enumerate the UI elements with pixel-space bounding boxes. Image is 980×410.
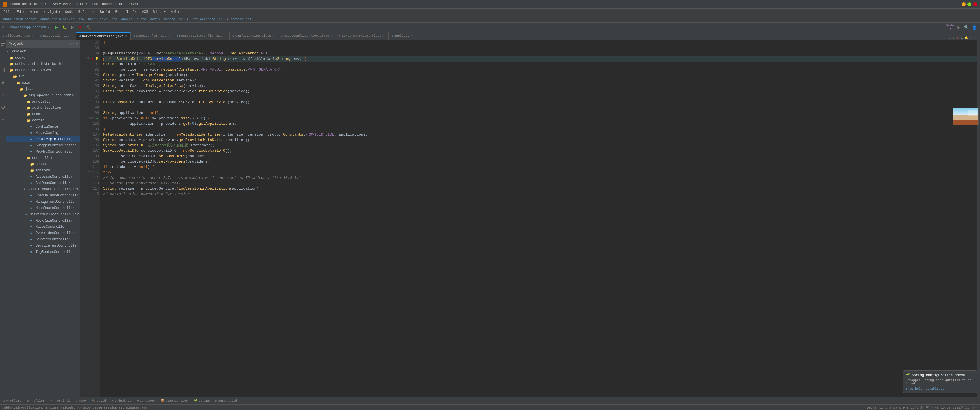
- toolbar-gear[interactable]: ⚙: [955, 24, 962, 31]
- tab-close-nacosconfigservice[interactable]: ×: [330, 34, 333, 38]
- tree-item-servicetestcontroller[interactable]: ●ServiceTestController: [6, 243, 80, 249]
- tree-item-servicecontroller[interactable]: ●ServiceController: [6, 236, 80, 243]
- maximize-button[interactable]: [967, 2, 972, 6]
- breadcrumb-project[interactable]: dubbo-admin-master: [2, 17, 36, 21]
- tool-profiler[interactable]: ◉ Profiler: [25, 398, 46, 403]
- breadcrumb-dubbo[interactable]: dubbo: [137, 17, 146, 21]
- tree-item-main[interactable]: 📂main: [6, 80, 80, 86]
- tree-item-project[interactable]: ▾Project: [6, 48, 80, 55]
- tool-todo[interactable]: ☑ TODO: [75, 398, 87, 403]
- menu-tools[interactable]: Tools: [124, 10, 139, 14]
- tool-spring[interactable]: 🌱 Spring: [192, 398, 211, 403]
- toolbar-user[interactable]: 👤: [971, 24, 978, 31]
- tab-close-nacosconfig[interactable]: ×: [167, 34, 170, 38]
- tree-item-swaggerconfiguration[interactable]: ●SwaggerConfiguration: [6, 142, 80, 149]
- menu-navigate[interactable]: Navigate: [41, 10, 62, 14]
- tree-item-configcenter[interactable]: ●ConfigCenter: [6, 124, 80, 130]
- tree-item-editors[interactable]: 📁editors: [6, 167, 80, 174]
- tree-item-meshroutecontroller[interactable]: ●MeshRouteController: [6, 205, 80, 211]
- tab-close-configservice[interactable]: ×: [272, 34, 275, 38]
- coverage-button[interactable]: ▶: [69, 24, 76, 31]
- tree-item-mockrulecontroller[interactable]: ●MockRuleController: [6, 218, 80, 224]
- tree-item-loadbalancecontroller[interactable]: ●LoadBalanceController: [6, 192, 80, 199]
- tree-item-dubbo-admin-distribution[interactable]: 📁dubbo-admin-distribution: [6, 61, 80, 67]
- tab-close-servicecontroller[interactable]: ×: [125, 35, 127, 38]
- tab-resttemplate[interactable]: J RestTemplateConfig.java ×: [173, 32, 230, 40]
- tree-item-overridescontroller[interactable]: ●OverridesController: [6, 230, 80, 236]
- tool-terminal[interactable]: >_ Terminal: [49, 399, 71, 403]
- menu-build[interactable]: Build: [97, 10, 112, 14]
- menu-file[interactable]: File: [1, 10, 14, 14]
- debug-button[interactable]: 🐛: [61, 24, 68, 31]
- tab-nacosconfig[interactable]: J NacosConfig.java ×: [131, 32, 174, 40]
- menu-run[interactable]: Run: [113, 10, 124, 14]
- warning-indicator[interactable]: ⚠ 1 🔺 1 🔔 4 ˄ ˅: [949, 36, 978, 40]
- tree-item-beans[interactable]: 📁beans: [6, 161, 80, 167]
- breadcrumb-class[interactable]: ● ServiceController: [187, 17, 223, 21]
- tab-servicecontroller[interactable]: J ServiceController.java ×: [76, 32, 130, 40]
- tree-item-config[interactable]: 📂config: [6, 117, 80, 124]
- tree-item-java[interactable]: 📂java: [6, 86, 80, 92]
- tool-endpoints[interactable]: ⚡ Endpoints: [111, 398, 132, 403]
- tree-item-controller[interactable]: 📂controller: [6, 155, 80, 161]
- tree-item-webmvcconfiguration[interactable]: ●WebMvcConfiguration: [6, 149, 80, 155]
- lamp-icon[interactable]: 💡: [95, 57, 99, 60]
- stop-button[interactable]: ■: [77, 24, 84, 31]
- notification-show-help[interactable]: Show help: [906, 387, 923, 390]
- tab-serverhttpagent[interactable]: C ServerHttpAgent.class ×: [336, 32, 388, 40]
- breadcrumb-admin[interactable]: admin: [150, 17, 160, 21]
- breadcrumb-src[interactable]: src: [78, 17, 84, 21]
- breadcrumb-controller[interactable]: controller: [164, 17, 183, 21]
- jrebel-btn[interactable]: JRebel ▾: [947, 24, 954, 31]
- menu-help[interactable]: Help: [169, 10, 181, 14]
- tab-close-collector[interactable]: ×: [31, 34, 34, 38]
- menu-vcs[interactable]: VCS: [140, 10, 150, 14]
- tab-close-appli[interactable]: ×: [410, 34, 414, 38]
- tab-appli[interactable]: J appli... ×: [388, 32, 417, 40]
- tree-item-org.apache.dubbo.admin[interactable]: 📂org.apache.dubbo.admin: [6, 92, 80, 99]
- sidebar-icon-debug[interactable]: [0, 105, 6, 110]
- project-panel-close[interactable]: −: [76, 41, 78, 46]
- tool-autobuild[interactable]: ▶ Auto-build: [214, 398, 238, 403]
- tree-item-tagroutescontroller[interactable]: ●TagRoutesController: [6, 249, 80, 255]
- tree-item-apidocscontroller[interactable]: ●ApiDocsController: [6, 180, 80, 186]
- breadcrumb-main[interactable]: main: [88, 17, 95, 21]
- code-content[interactable]: } @RequestMapping(value = @v"/service/{s…: [100, 40, 977, 397]
- minimize-button[interactable]: [962, 2, 966, 6]
- editor-scrollbar[interactable]: [977, 40, 980, 397]
- menu-window[interactable]: Window: [151, 10, 168, 14]
- tab-close-nacosutil[interactable]: ×: [70, 34, 73, 38]
- tree-item-docker[interactable]: 📁docker: [6, 55, 80, 61]
- tree-item-authentication[interactable]: 📁authentication: [6, 105, 80, 111]
- tool-build[interactable]: 🔨 Build: [91, 398, 107, 403]
- tree-item-annotation[interactable]: 📁annotation: [6, 99, 80, 105]
- tree-item-common[interactable]: 📁common: [6, 111, 80, 117]
- tab-nacosconfigservice[interactable]: C NacosConfigService.class ×: [278, 32, 336, 40]
- menu-code[interactable]: Code: [63, 10, 75, 14]
- tool-problems[interactable]: ⚠ Problems: [2, 398, 22, 403]
- breadcrumb-method[interactable]: ◆ serviceDetail: [227, 17, 255, 21]
- breadcrumb-module[interactable]: dubbo-admin-server: [40, 17, 74, 21]
- tree-item-nacosconfig[interactable]: ●NacosConfig: [6, 130, 80, 136]
- tree-item-managementcontroller[interactable]: ●ManagementController: [6, 199, 80, 205]
- run-config-name[interactable]: DubboAdminApplication ▾: [6, 25, 50, 29]
- project-panel-gear[interactable]: ⚙: [69, 41, 71, 46]
- tab-collector[interactable]: J ollector.java ×: [0, 32, 37, 40]
- breadcrumb-org[interactable]: org: [111, 17, 117, 21]
- sidebar-icon-favorites[interactable]: [0, 80, 6, 85]
- breadcrumb-apache[interactable]: apache: [121, 17, 133, 21]
- tab-close-serverhttpagent[interactable]: ×: [383, 34, 385, 38]
- menu-edit[interactable]: Edit: [14, 10, 27, 14]
- project-panel-expand[interactable]: ⇅: [73, 41, 75, 46]
- run-button[interactable]: ▶: [53, 24, 60, 31]
- breakpoint-icon[interactable]: ●: [90, 57, 94, 60]
- tab-close-resttemplate[interactable]: ×: [224, 34, 226, 38]
- breadcrumb-java[interactable]: java: [100, 17, 107, 21]
- editor-scroll[interactable]: 87888990●💡919293949596979899100101→10210…: [80, 40, 977, 397]
- sidebar-icon-bookmarks[interactable]: [0, 67, 6, 72]
- sidebar-icon-rebel-debug[interactable]: R: [0, 117, 6, 122]
- menu-view[interactable]: View: [28, 10, 41, 14]
- tree-item-conditionroutescontroller[interactable]: ●ConditionRoutesController: [6, 186, 80, 192]
- menu-refactor[interactable]: Refactor: [76, 10, 97, 14]
- sidebar-icon-project[interactable]: [0, 42, 6, 47]
